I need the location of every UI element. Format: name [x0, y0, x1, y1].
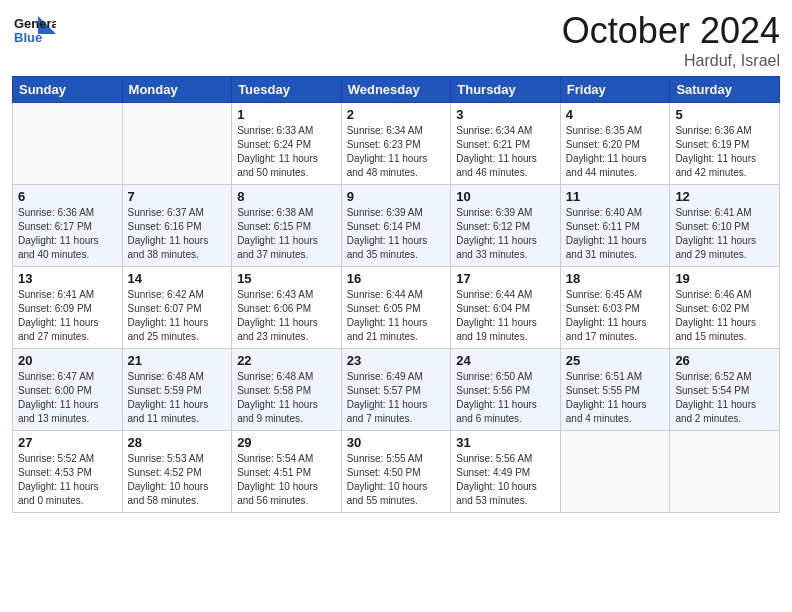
- day-info: Sunrise: 6:50 AMSunset: 5:56 PMDaylight:…: [456, 370, 555, 426]
- page-container: General Blue October 2024 Harduf, Israel…: [0, 0, 792, 521]
- day-number: 31: [456, 435, 555, 450]
- day-number: 26: [675, 353, 774, 368]
- header: General Blue October 2024 Harduf, Israel: [12, 10, 780, 70]
- day-number: 11: [566, 189, 665, 204]
- day-number: 13: [18, 271, 117, 286]
- day-number: 4: [566, 107, 665, 122]
- day-info: Sunrise: 6:39 AMSunset: 6:14 PMDaylight:…: [347, 206, 446, 262]
- day-info: Sunrise: 6:34 AMSunset: 6:23 PMDaylight:…: [347, 124, 446, 180]
- calendar-cell: 4Sunrise: 6:35 AMSunset: 6:20 PMDaylight…: [560, 103, 670, 185]
- day-number: 24: [456, 353, 555, 368]
- calendar-cell: 1Sunrise: 6:33 AMSunset: 6:24 PMDaylight…: [232, 103, 342, 185]
- day-info: Sunrise: 6:39 AMSunset: 6:12 PMDaylight:…: [456, 206, 555, 262]
- day-number: 2: [347, 107, 446, 122]
- day-info: Sunrise: 6:48 AMSunset: 5:59 PMDaylight:…: [128, 370, 227, 426]
- day-info: Sunrise: 6:48 AMSunset: 5:58 PMDaylight:…: [237, 370, 336, 426]
- logo-icon: General Blue: [12, 10, 56, 54]
- calendar-cell: 19Sunrise: 6:46 AMSunset: 6:02 PMDayligh…: [670, 267, 780, 349]
- calendar-table: SundayMondayTuesdayWednesdayThursdayFrid…: [12, 76, 780, 513]
- day-info: Sunrise: 6:44 AMSunset: 6:04 PMDaylight:…: [456, 288, 555, 344]
- day-number: 1: [237, 107, 336, 122]
- calendar-cell: 28Sunrise: 5:53 AMSunset: 4:52 PMDayligh…: [122, 431, 232, 513]
- calendar-cell: [560, 431, 670, 513]
- calendar-cell: 14Sunrise: 6:42 AMSunset: 6:07 PMDayligh…: [122, 267, 232, 349]
- logo: General Blue: [12, 10, 56, 54]
- location: Harduf, Israel: [562, 52, 780, 70]
- day-info: Sunrise: 6:42 AMSunset: 6:07 PMDaylight:…: [128, 288, 227, 344]
- calendar-cell: 2Sunrise: 6:34 AMSunset: 6:23 PMDaylight…: [341, 103, 451, 185]
- day-info: Sunrise: 6:41 AMSunset: 6:10 PMDaylight:…: [675, 206, 774, 262]
- day-info: Sunrise: 6:41 AMSunset: 6:09 PMDaylight:…: [18, 288, 117, 344]
- calendar-cell: 18Sunrise: 6:45 AMSunset: 6:03 PMDayligh…: [560, 267, 670, 349]
- calendar-cell: 13Sunrise: 6:41 AMSunset: 6:09 PMDayligh…: [13, 267, 123, 349]
- day-info: Sunrise: 6:43 AMSunset: 6:06 PMDaylight:…: [237, 288, 336, 344]
- calendar-cell: 5Sunrise: 6:36 AMSunset: 6:19 PMDaylight…: [670, 103, 780, 185]
- day-number: 9: [347, 189, 446, 204]
- calendar-cell: 23Sunrise: 6:49 AMSunset: 5:57 PMDayligh…: [341, 349, 451, 431]
- day-info: Sunrise: 5:55 AMSunset: 4:50 PMDaylight:…: [347, 452, 446, 508]
- day-number: 17: [456, 271, 555, 286]
- day-info: Sunrise: 6:49 AMSunset: 5:57 PMDaylight:…: [347, 370, 446, 426]
- day-info: Sunrise: 6:45 AMSunset: 6:03 PMDaylight:…: [566, 288, 665, 344]
- day-info: Sunrise: 5:53 AMSunset: 4:52 PMDaylight:…: [128, 452, 227, 508]
- day-number: 30: [347, 435, 446, 450]
- calendar-header-thursday: Thursday: [451, 77, 561, 103]
- day-number: 7: [128, 189, 227, 204]
- day-info: Sunrise: 5:52 AMSunset: 4:53 PMDaylight:…: [18, 452, 117, 508]
- svg-text:General: General: [14, 16, 56, 31]
- calendar-cell: 27Sunrise: 5:52 AMSunset: 4:53 PMDayligh…: [13, 431, 123, 513]
- day-info: Sunrise: 6:44 AMSunset: 6:05 PMDaylight:…: [347, 288, 446, 344]
- day-info: Sunrise: 6:36 AMSunset: 6:19 PMDaylight:…: [675, 124, 774, 180]
- month-title: October 2024: [562, 10, 780, 52]
- day-number: 29: [237, 435, 336, 450]
- day-number: 23: [347, 353, 446, 368]
- calendar-week-3: 13Sunrise: 6:41 AMSunset: 6:09 PMDayligh…: [13, 267, 780, 349]
- calendar-cell: [122, 103, 232, 185]
- calendar-cell: [670, 431, 780, 513]
- day-number: 21: [128, 353, 227, 368]
- calendar-cell: 30Sunrise: 5:55 AMSunset: 4:50 PMDayligh…: [341, 431, 451, 513]
- calendar-week-5: 27Sunrise: 5:52 AMSunset: 4:53 PMDayligh…: [13, 431, 780, 513]
- day-info: Sunrise: 6:35 AMSunset: 6:20 PMDaylight:…: [566, 124, 665, 180]
- calendar-cell: 15Sunrise: 6:43 AMSunset: 6:06 PMDayligh…: [232, 267, 342, 349]
- day-number: 12: [675, 189, 774, 204]
- calendar-header-saturday: Saturday: [670, 77, 780, 103]
- calendar-cell: 29Sunrise: 5:54 AMSunset: 4:51 PMDayligh…: [232, 431, 342, 513]
- day-info: Sunrise: 5:56 AMSunset: 4:49 PMDaylight:…: [456, 452, 555, 508]
- day-number: 8: [237, 189, 336, 204]
- day-info: Sunrise: 6:40 AMSunset: 6:11 PMDaylight:…: [566, 206, 665, 262]
- day-number: 10: [456, 189, 555, 204]
- day-number: 14: [128, 271, 227, 286]
- calendar-header-tuesday: Tuesday: [232, 77, 342, 103]
- calendar-header-wednesday: Wednesday: [341, 77, 451, 103]
- day-number: 22: [237, 353, 336, 368]
- day-info: Sunrise: 6:37 AMSunset: 6:16 PMDaylight:…: [128, 206, 227, 262]
- day-number: 27: [18, 435, 117, 450]
- day-info: Sunrise: 6:36 AMSunset: 6:17 PMDaylight:…: [18, 206, 117, 262]
- day-number: 6: [18, 189, 117, 204]
- svg-text:Blue: Blue: [14, 30, 42, 45]
- day-info: Sunrise: 6:33 AMSunset: 6:24 PMDaylight:…: [237, 124, 336, 180]
- calendar-cell: 8Sunrise: 6:38 AMSunset: 6:15 PMDaylight…: [232, 185, 342, 267]
- day-number: 16: [347, 271, 446, 286]
- calendar-cell: 16Sunrise: 6:44 AMSunset: 6:05 PMDayligh…: [341, 267, 451, 349]
- day-number: 28: [128, 435, 227, 450]
- day-number: 5: [675, 107, 774, 122]
- day-info: Sunrise: 6:46 AMSunset: 6:02 PMDaylight:…: [675, 288, 774, 344]
- calendar-cell: 10Sunrise: 6:39 AMSunset: 6:12 PMDayligh…: [451, 185, 561, 267]
- day-info: Sunrise: 5:54 AMSunset: 4:51 PMDaylight:…: [237, 452, 336, 508]
- day-info: Sunrise: 6:52 AMSunset: 5:54 PMDaylight:…: [675, 370, 774, 426]
- day-info: Sunrise: 6:34 AMSunset: 6:21 PMDaylight:…: [456, 124, 555, 180]
- day-number: 19: [675, 271, 774, 286]
- calendar-cell: 21Sunrise: 6:48 AMSunset: 5:59 PMDayligh…: [122, 349, 232, 431]
- day-number: 18: [566, 271, 665, 286]
- calendar-cell: 26Sunrise: 6:52 AMSunset: 5:54 PMDayligh…: [670, 349, 780, 431]
- calendar-cell: 22Sunrise: 6:48 AMSunset: 5:58 PMDayligh…: [232, 349, 342, 431]
- day-info: Sunrise: 6:51 AMSunset: 5:55 PMDaylight:…: [566, 370, 665, 426]
- calendar-cell: 6Sunrise: 6:36 AMSunset: 6:17 PMDaylight…: [13, 185, 123, 267]
- calendar-cell: [13, 103, 123, 185]
- calendar-week-2: 6Sunrise: 6:36 AMSunset: 6:17 PMDaylight…: [13, 185, 780, 267]
- calendar-header-sunday: Sunday: [13, 77, 123, 103]
- calendar-cell: 7Sunrise: 6:37 AMSunset: 6:16 PMDaylight…: [122, 185, 232, 267]
- day-number: 20: [18, 353, 117, 368]
